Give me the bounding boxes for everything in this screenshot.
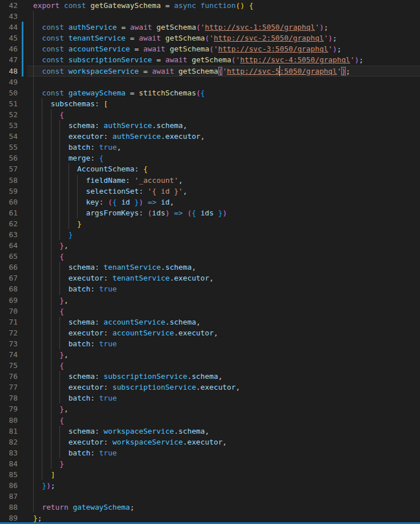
code-content[interactable]: ] bbox=[27, 469, 420, 480]
code-content[interactable]: selectionSet: '{ id }', bbox=[27, 186, 420, 197]
code-content[interactable]: batch: true, bbox=[27, 142, 420, 153]
code-line[interactable]: 60 key: ({ id }) => id, bbox=[0, 197, 420, 207]
code-content[interactable]: } bbox=[27, 229, 420, 240]
code-content[interactable]: return gatewaySchema; bbox=[27, 502, 420, 513]
line-number[interactable]: 57 bbox=[0, 163, 18, 174]
code-content[interactable]: executor: authService.executor, bbox=[27, 131, 420, 142]
code-line[interactable]: 66 schema: tenantService.schema, bbox=[0, 262, 420, 273]
code-line[interactable]: 73 batch: true bbox=[0, 338, 420, 349]
code-content[interactable]: schema: workspaceService.schema, bbox=[27, 426, 420, 437]
line-number[interactable]: 60 bbox=[0, 197, 18, 207]
code-content[interactable]: subschemas: [ bbox=[27, 98, 420, 109]
code-content[interactable] bbox=[27, 11, 420, 22]
code-line[interactable]: 72 executor: accountService.executor, bbox=[0, 327, 420, 338]
line-number[interactable]: 42 bbox=[0, 0, 18, 11]
code-line[interactable]: 71 schema: accountService.schema, bbox=[0, 317, 420, 327]
code-line[interactable]: 56 merge: { bbox=[0, 153, 420, 163]
line-number[interactable]: 54 bbox=[0, 131, 18, 142]
code-content[interactable]: const subscriptionService = await getSch… bbox=[27, 54, 420, 65]
code-content[interactable]: const accountService = await getSchema('… bbox=[27, 43, 420, 54]
code-line[interactable]: 64 }, bbox=[0, 240, 420, 251]
line-number[interactable]: 80 bbox=[0, 415, 18, 426]
line-number[interactable]: 72 bbox=[0, 327, 18, 338]
code-line[interactable]: 67 executor: tenantService.executor, bbox=[0, 273, 420, 283]
code-line[interactable]: 57 AccountSchema: { bbox=[0, 163, 420, 174]
code-content[interactable]: key: ({ id }) => id, bbox=[27, 197, 420, 207]
code-content[interactable]: const gatewaySchema = stitchSchemas({ bbox=[27, 87, 420, 98]
code-line[interactable]: 80 { bbox=[0, 415, 420, 426]
code-content[interactable]: }, bbox=[27, 295, 420, 306]
code-content[interactable]: { bbox=[27, 415, 420, 426]
git-modified-indicator[interactable] bbox=[22, 54, 23, 65]
code-line[interactable]: 84 } bbox=[0, 458, 420, 469]
code-line[interactable]: 75 { bbox=[0, 360, 420, 371]
code-line[interactable]: 52 { bbox=[0, 109, 420, 120]
line-number[interactable]: 48 bbox=[0, 66, 18, 77]
code-content[interactable]: batch: true bbox=[27, 447, 420, 458]
line-number[interactable]: 65 bbox=[0, 251, 18, 262]
line-number[interactable]: 66 bbox=[0, 262, 18, 273]
code-content[interactable]: argsFromKeys: (ids) => ({ ids }) bbox=[27, 207, 420, 218]
line-number[interactable]: 50 bbox=[0, 87, 18, 98]
git-modified-indicator[interactable] bbox=[22, 33, 23, 43]
line-number[interactable]: 51 bbox=[0, 98, 18, 109]
line-number[interactable]: 78 bbox=[0, 393, 18, 403]
line-number[interactable]: 70 bbox=[0, 306, 18, 317]
code-content[interactable]: { bbox=[27, 306, 420, 317]
code-line[interactable]: 47 const subscriptionService = await get… bbox=[0, 54, 420, 65]
code-content[interactable]: executor: workspaceService.executor, bbox=[27, 437, 420, 447]
code-editor[interactable]: 42export const getGatewaySchema = async … bbox=[0, 0, 420, 524]
code-line[interactable]: 86 }); bbox=[0, 480, 420, 491]
code-line[interactable]: 88 return gatewaySchema; bbox=[0, 502, 420, 513]
line-number[interactable]: 43 bbox=[0, 11, 18, 22]
code-content[interactable]: { bbox=[27, 109, 420, 120]
line-number[interactable]: 64 bbox=[0, 240, 18, 251]
code-content[interactable]: } bbox=[27, 218, 420, 229]
line-number[interactable]: 63 bbox=[0, 229, 18, 240]
git-modified-indicator[interactable] bbox=[22, 22, 23, 33]
git-modified-indicator[interactable] bbox=[22, 43, 23, 54]
code-content[interactable]: { bbox=[27, 360, 420, 371]
line-number[interactable]: 69 bbox=[0, 295, 18, 306]
line-number[interactable]: 74 bbox=[0, 349, 18, 360]
line-number[interactable]: 55 bbox=[0, 142, 18, 153]
code-content[interactable]: const authService = await getSchema('htt… bbox=[27, 22, 420, 33]
line-number[interactable]: 79 bbox=[0, 403, 18, 414]
code-content[interactable]: merge: { bbox=[27, 153, 420, 163]
line-number[interactable]: 53 bbox=[0, 120, 18, 131]
code-line[interactable]: 63 } bbox=[0, 229, 420, 240]
line-number[interactable]: 88 bbox=[0, 502, 18, 513]
line-number[interactable]: 59 bbox=[0, 186, 18, 197]
line-number[interactable]: 73 bbox=[0, 338, 18, 349]
code-content[interactable]: export const getGatewaySchema = async fu… bbox=[27, 0, 420, 11]
code-line[interactable]: 45 const tenantService = await getSchema… bbox=[0, 33, 420, 43]
code-line[interactable]: 50 const gatewaySchema = stitchSchemas({ bbox=[0, 87, 420, 98]
code-line[interactable]: 65 { bbox=[0, 251, 420, 262]
code-line[interactable]: 79 }, bbox=[0, 403, 420, 414]
code-line[interactable]: 59 selectionSet: '{ id }', bbox=[0, 186, 420, 197]
code-content[interactable]: }, bbox=[27, 240, 420, 251]
code-line[interactable]: 77 executor: subscriptionService.executo… bbox=[0, 382, 420, 393]
code-content[interactable]: schema: tenantService.schema, bbox=[27, 262, 420, 273]
code-line[interactable]: 76 schema: subscriptionService.schema, bbox=[0, 371, 420, 382]
line-number[interactable]: 68 bbox=[0, 283, 18, 294]
line-number[interactable]: 47 bbox=[0, 54, 18, 65]
code-line[interactable]: 43 bbox=[0, 11, 420, 22]
code-line[interactable]: 58 fieldName: '_account', bbox=[0, 175, 420, 186]
code-line[interactable]: 54 executor: authService.executor, bbox=[0, 131, 420, 142]
code-content[interactable]: batch: true bbox=[27, 283, 420, 294]
code-line[interactable]: 82 executor: workspaceService.executor, bbox=[0, 437, 420, 447]
line-number[interactable]: 49 bbox=[0, 77, 18, 87]
code-content[interactable]: fieldName: '_account', bbox=[27, 175, 420, 186]
code-line[interactable]: 62 } bbox=[0, 218, 420, 229]
code-line[interactable]: 51 subschemas: [ bbox=[0, 98, 420, 109]
line-number[interactable]: 76 bbox=[0, 371, 18, 382]
code-line[interactable]: 44 const authService = await getSchema('… bbox=[0, 22, 420, 33]
line-number[interactable]: 77 bbox=[0, 382, 18, 393]
code-line[interactable]: 42export const getGatewaySchema = async … bbox=[0, 0, 420, 11]
line-number[interactable]: 45 bbox=[0, 33, 18, 43]
code-content[interactable]: }, bbox=[27, 403, 420, 414]
line-number[interactable]: 58 bbox=[0, 175, 18, 186]
code-content[interactable]: } bbox=[27, 458, 420, 469]
code-line[interactable]: 83 batch: true bbox=[0, 447, 420, 458]
